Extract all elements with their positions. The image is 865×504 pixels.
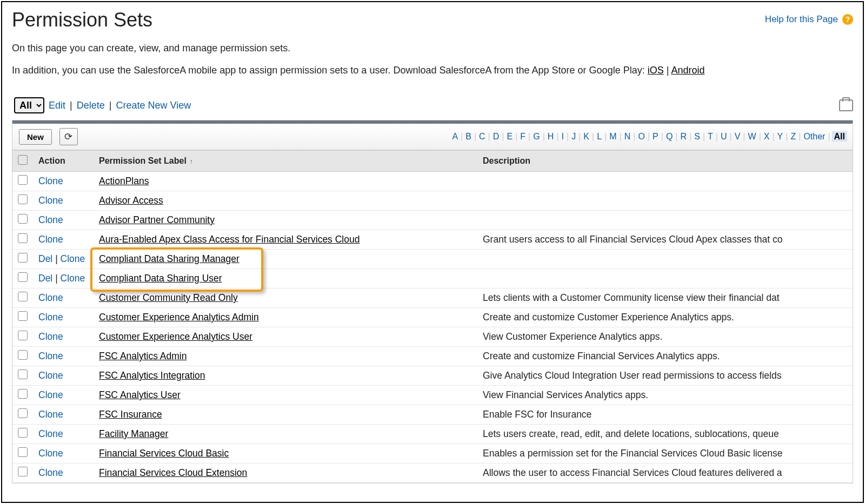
select-all-checkbox[interactable] xyxy=(18,155,28,165)
del-action-link[interactable]: Del xyxy=(38,273,52,284)
permission-set-link[interactable]: Financial Services Cloud Extension xyxy=(99,467,247,478)
help-link[interactable]: Help for this Page xyxy=(765,14,838,25)
alpha-letter-j[interactable]: J xyxy=(570,132,577,141)
permission-set-link[interactable]: Customer Community Read Only xyxy=(99,292,238,303)
clone-action-link[interactable]: Clone xyxy=(38,234,63,245)
clone-action-link[interactable]: Clone xyxy=(38,292,63,303)
clone-action-link[interactable]: Clone xyxy=(38,370,63,381)
row-checkbox[interactable] xyxy=(18,408,28,418)
clone-action-link[interactable]: Clone xyxy=(38,467,63,478)
new-button[interactable]: New xyxy=(19,129,52,145)
alpha-letter-u[interactable]: U xyxy=(720,132,728,141)
row-checkbox[interactable] xyxy=(18,331,28,340)
row-checkbox[interactable] xyxy=(18,233,28,243)
col-label[interactable]: Permission Set Label↑ xyxy=(94,151,477,172)
permission-set-link[interactable]: Facility Manager xyxy=(99,428,168,439)
row-checkbox[interactable] xyxy=(18,428,28,438)
row-description: View Financial Services Analytics apps. xyxy=(477,386,853,405)
alpha-letter-l[interactable]: L xyxy=(596,132,603,141)
print-icon[interactable] xyxy=(839,99,853,111)
alpha-letter-y[interactable]: Y xyxy=(776,132,784,141)
alpha-letter-h[interactable]: H xyxy=(547,132,555,141)
table-row: CloneFinancial Services Cloud BasicEnabl… xyxy=(12,444,853,463)
permission-set-link[interactable]: Customer Experience Analytics Admin xyxy=(99,312,259,322)
permission-set-link[interactable]: FSC Analytics Integration xyxy=(99,370,205,381)
table-row: CloneAura-Enabled Apex Class Access for … xyxy=(12,230,853,250)
clone-action-link[interactable]: Clone xyxy=(38,389,63,400)
row-description xyxy=(477,269,853,288)
clone-action-link[interactable]: Clone xyxy=(61,273,85,284)
permission-set-link[interactable]: Aura-Enabled Apex Class Access for Finan… xyxy=(99,234,360,245)
permission-set-link[interactable]: Financial Services Cloud Basic xyxy=(99,448,229,459)
row-checkbox[interactable] xyxy=(18,253,28,263)
alpha-letter-e[interactable]: E xyxy=(505,132,514,141)
del-action-link[interactable]: Del xyxy=(38,253,52,264)
col-action[interactable]: Action xyxy=(33,151,94,172)
permission-set-link[interactable]: ActionPlans xyxy=(99,176,149,186)
col-description[interactable]: Description xyxy=(477,151,853,172)
alpha-letter-a[interactable]: A xyxy=(451,132,459,141)
alpha-letter-c[interactable]: C xyxy=(478,132,487,141)
row-checkbox[interactable] xyxy=(18,311,28,321)
permission-set-link[interactable]: Compliant Data Sharing User xyxy=(99,273,222,284)
ios-link[interactable]: iOS xyxy=(648,65,664,76)
clone-action-link[interactable]: Clone xyxy=(38,351,63,361)
row-description: Create and customize Customer Experience… xyxy=(477,308,853,327)
alpha-letter-k[interactable]: K xyxy=(582,132,590,141)
clone-action-link[interactable]: Clone xyxy=(38,428,63,439)
clone-action-link[interactable]: Clone xyxy=(61,253,85,264)
alpha-letter-p[interactable]: P xyxy=(651,132,660,141)
row-checkbox[interactable] xyxy=(18,272,28,282)
alpha-letter-other[interactable]: Other xyxy=(802,132,826,141)
alpha-letter-m[interactable]: M xyxy=(608,132,617,141)
permission-set-link[interactable]: Advisor Partner Community xyxy=(99,214,215,225)
view-select[interactable]: All xyxy=(14,97,44,113)
clone-action-link[interactable]: Clone xyxy=(38,331,63,342)
alpha-letter-z[interactable]: Z xyxy=(789,132,797,141)
row-description: Grant users access to all Financial Serv… xyxy=(477,230,853,250)
alpha-letter-q[interactable]: Q xyxy=(665,132,674,141)
permission-set-link[interactable]: Compliant Data Sharing Manager xyxy=(99,253,239,264)
row-checkbox[interactable] xyxy=(18,175,28,185)
col-checkbox xyxy=(12,151,33,172)
permission-set-link[interactable]: Advisor Access xyxy=(99,195,163,206)
alpha-letter-s[interactable]: S xyxy=(693,132,701,141)
alpha-letter-n[interactable]: N xyxy=(623,132,632,141)
row-checkbox[interactable] xyxy=(18,350,28,360)
clone-action-link[interactable]: Clone xyxy=(38,312,63,322)
permission-set-link[interactable]: Customer Experience Analytics User xyxy=(99,331,252,342)
alpha-letter-x[interactable]: X xyxy=(763,132,771,141)
permission-set-link[interactable]: FSC Analytics Admin xyxy=(99,351,187,361)
row-checkbox[interactable] xyxy=(18,467,28,476)
alpha-letter-d[interactable]: D xyxy=(492,132,501,141)
row-checkbox[interactable] xyxy=(18,194,28,204)
row-checkbox[interactable] xyxy=(18,292,28,301)
delete-view-link[interactable]: Delete xyxy=(77,100,105,111)
clone-action-link[interactable]: Clone xyxy=(38,409,63,420)
help-icon[interactable]: ? xyxy=(842,14,853,25)
row-checkbox[interactable] xyxy=(18,389,28,399)
permission-set-link[interactable]: FSC Insurance xyxy=(99,409,162,420)
row-checkbox[interactable] xyxy=(18,369,28,379)
alpha-letter-v[interactable]: V xyxy=(734,132,742,141)
android-link[interactable]: Android xyxy=(671,65,704,76)
row-checkbox[interactable] xyxy=(18,447,28,457)
alpha-letter-all[interactable]: All xyxy=(832,131,847,142)
permission-set-link[interactable]: FSC Analytics User xyxy=(99,389,181,400)
edit-view-link[interactable]: Edit xyxy=(49,100,65,111)
clone-action-link[interactable]: Clone xyxy=(38,176,63,186)
alpha-letter-r[interactable]: R xyxy=(679,132,688,141)
clone-action-link[interactable]: Clone xyxy=(38,195,63,206)
alpha-letter-t[interactable]: T xyxy=(707,132,714,141)
refresh-button[interactable]: ⟳ xyxy=(59,128,78,145)
alpha-letter-o[interactable]: O xyxy=(637,132,646,141)
alpha-letter-b[interactable]: B xyxy=(464,132,473,141)
alpha-letter-g[interactable]: G xyxy=(532,132,541,141)
alpha-letter-f[interactable]: F xyxy=(519,132,527,141)
clone-action-link[interactable]: Clone xyxy=(38,214,63,225)
create-view-link[interactable]: Create New View xyxy=(116,100,191,111)
clone-action-link[interactable]: Clone xyxy=(38,448,63,459)
row-checkbox[interactable] xyxy=(18,214,28,224)
alpha-letter-i[interactable]: I xyxy=(561,132,565,141)
alpha-letter-w[interactable]: W xyxy=(747,132,757,141)
